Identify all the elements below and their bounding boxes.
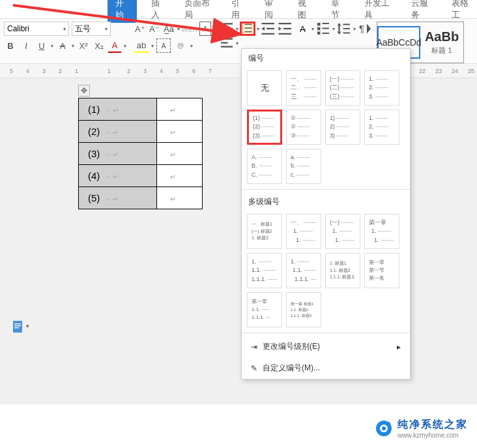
ruler-tick: 5	[176, 68, 179, 74]
svg-marker-28	[338, 23, 341, 26]
ruler-tick: 1	[75, 68, 78, 74]
sort-button[interactable]	[315, 22, 331, 36]
table-cell[interactable]: ↵	[157, 187, 203, 209]
table-row: (5)→ ↵↵	[79, 187, 203, 209]
para-mark-icon: ↵	[170, 151, 176, 158]
numbering-options-grid: 无 一、二、三、 (一)(二)(三) 1.2.3. (1)(2)(3) ①②③ …	[242, 68, 410, 187]
cell-text: (5)	[88, 192, 100, 203]
table-cell[interactable]: (2)→ ↵	[79, 121, 157, 143]
increase-indent-button[interactable]	[278, 22, 293, 36]
para-mark-icon: → ↵	[104, 173, 119, 181]
table-cell[interactable]: (1)→ ↵	[79, 98, 157, 121]
numbering-option[interactable]: 一、二、三、	[286, 70, 321, 106]
cell-text: (4)	[88, 170, 100, 181]
table-row: (4)→ ↵↵	[79, 165, 203, 187]
cell-text: (2)	[88, 126, 100, 137]
document-table[interactable]: (1)→ ↵↵ (2)→ ↵↵ (3)→ ↵↵ (4)→ ↵↵ (5)→ ↵↵	[78, 98, 203, 209]
line-spacing-button[interactable]	[336, 22, 352, 36]
svg-rect-32	[343, 28, 351, 29]
table-cell[interactable]: (3)→ ↵	[79, 143, 157, 165]
ruler-tick: 3	[42, 68, 46, 74]
ruler-tick: 25	[468, 68, 474, 74]
table-row: (3)→ ↵↵	[79, 143, 203, 165]
numbering-option[interactable]: 1)2)3)	[325, 110, 360, 145]
custom-numbering-action[interactable]: ✎ 自定义编号(M)...	[242, 357, 410, 379]
ruler-tick: 4	[160, 68, 163, 74]
svg-rect-16	[267, 28, 274, 29]
para-mark-icon: ↵	[170, 128, 176, 136]
svg-rect-38	[221, 46, 233, 48]
svg-line-1	[13, 5, 238, 34]
table-cell[interactable]: ↵	[157, 98, 203, 121]
popup-section-title: 编号	[242, 49, 410, 68]
style-preview: AaBbCcDd	[376, 37, 421, 48]
ruler-tick: 2	[127, 68, 130, 74]
chevron-down-icon[interactable]: ▾	[311, 26, 314, 32]
chevron-right-icon: ▸	[397, 342, 401, 351]
multilevel-option[interactable]: 第一章第一节第一条	[364, 253, 399, 288]
chevron-down-icon[interactable]: ▾	[353, 26, 356, 32]
para-settings-button[interactable]: ¶	[357, 22, 373, 36]
style-preview: AaBb	[425, 29, 459, 44]
numbering-option[interactable]: 1.2.3.	[364, 110, 399, 145]
action-label: 更改编号级别(E)	[263, 341, 320, 352]
chevron-down-icon[interactable]: ▾	[26, 323, 29, 329]
annotation-arrow	[7, 0, 267, 46]
multilevel-option[interactable]: 一、1.1.	[286, 214, 321, 249]
clear-format-button[interactable]: A̶	[295, 22, 310, 36]
ruler-tick: 23	[435, 68, 442, 74]
para-mark-icon: → ↵	[104, 195, 119, 203]
svg-rect-18	[279, 23, 292, 24]
numbering-option[interactable]: 1.2.3.	[364, 70, 399, 106]
svg-rect-41	[14, 325, 21, 326]
ruler-tick: 4	[26, 68, 29, 74]
svg-rect-40	[14, 323, 21, 324]
multilevel-option[interactable]: 1. 标题11.1. 标题21.1.1. 标题3	[325, 253, 360, 288]
watermark: 纯净系统之家 www.kzmyhome.com	[374, 418, 468, 439]
numbering-none[interactable]: 无	[247, 70, 282, 106]
svg-rect-24	[317, 32, 321, 35]
tab-cloud[interactable]: 云服务	[406, 0, 437, 23]
popup-section-title: 多级编号	[242, 192, 410, 211]
numbering-option[interactable]: (一)(二)(三)	[325, 70, 360, 106]
ruler-tick: 5	[10, 68, 13, 74]
multilevel-option[interactable]: 一、标题1(一) 标题21. 标题3	[247, 214, 282, 249]
change-level-action[interactable]: ⇥ 更改编号级别(E) ▸	[242, 336, 410, 357]
multilevel-options-grid: 一、标题1(一) 标题21. 标题3 一、1.1. (一)1.1. 第一章1.1…	[242, 211, 410, 330]
numbering-option-selected[interactable]: (1)(2)(3)	[247, 110, 282, 145]
logo-icon	[374, 419, 394, 438]
table-cell[interactable]: ↵	[157, 165, 203, 187]
para-mark-icon: ↵	[170, 173, 176, 181]
table-cell[interactable]: (4)→ ↵	[79, 165, 157, 187]
svg-rect-20	[283, 28, 291, 29]
svg-rect-21	[279, 33, 292, 35]
svg-marker-30	[338, 32, 341, 35]
table-cell[interactable]: (5)→ ↵	[79, 187, 157, 209]
multilevel-option[interactable]: 第一章1.1.	[364, 214, 399, 249]
action-label: 自定义编号(M)...	[263, 363, 320, 374]
table-cell[interactable]: ↵	[157, 143, 203, 165]
chevron-down-icon[interactable]: ▾	[332, 26, 335, 32]
multilevel-option[interactable]: 1.1.1.1.1.1.	[247, 253, 282, 288]
style-heading1[interactable]: AaBb 标题 1	[420, 26, 463, 59]
svg-rect-29	[338, 26, 340, 32]
svg-rect-39	[13, 321, 22, 333]
svg-marker-35	[367, 24, 371, 34]
multilevel-option[interactable]: 1.1.1.1.1.1.	[286, 253, 321, 288]
numbering-option[interactable]: A.B.C.	[247, 149, 282, 184]
table-move-handle[interactable]: ✥	[78, 85, 90, 97]
svg-text:¶: ¶	[359, 23, 364, 34]
numbering-option[interactable]: ①②③	[286, 110, 321, 145]
style-label: 标题 1	[431, 46, 452, 55]
para-mark-icon: → ↵	[104, 106, 119, 114]
multilevel-option[interactable]: (一)1.1.	[325, 214, 360, 249]
multilevel-option[interactable]: 第一章 标题11.1. 标题21.1.1. 标题3	[286, 292, 321, 327]
ruler-tick: 6	[192, 68, 195, 74]
cell-text: (1)	[88, 104, 100, 115]
svg-rect-27	[323, 33, 330, 34]
table-cell[interactable]: ↵	[157, 121, 203, 143]
svg-rect-22	[317, 23, 321, 26]
tab-table[interactable]: 表格工	[446, 0, 478, 23]
multilevel-option[interactable]: 第一章1.1.1.1.1.	[247, 292, 282, 327]
numbering-option[interactable]: a.b.c.	[286, 149, 321, 184]
